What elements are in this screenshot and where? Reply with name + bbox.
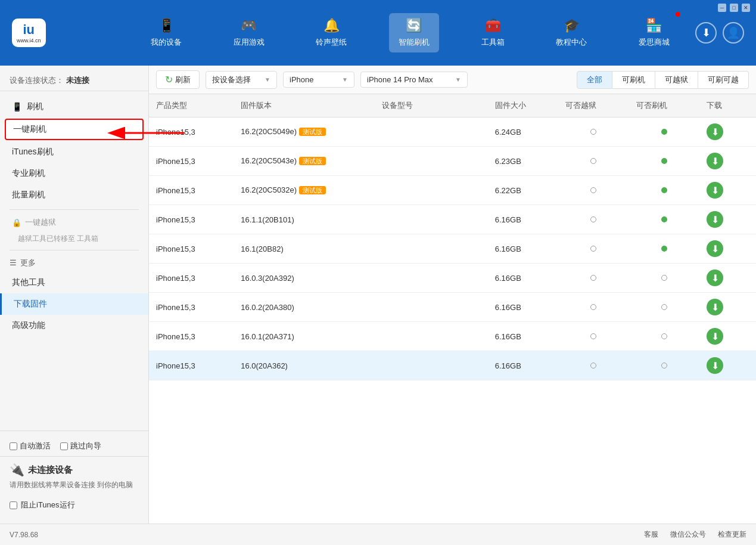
table-row[interactable]: iPhone15,316.0.1(20A371)6.16GB⬇ xyxy=(149,322,756,351)
no-device-icon: 🔌 xyxy=(10,463,24,477)
model-filter-dropdown[interactable]: iPhone 14 Pro Max ▼ xyxy=(360,72,468,88)
nav-my-device[interactable]: 📱 我的设备 xyxy=(141,13,191,52)
sidebar: 设备连接状态： 未连接 📱 刷机 一键刷机 iTunes刷机 专业刷机 批量刷机 xyxy=(0,66,149,524)
sidebar-item-pro-flash[interactable]: 专业刷机 xyxy=(0,163,148,184)
sidebar-item-advanced[interactable]: 高级功能 xyxy=(0,315,148,336)
cell-model-5 xyxy=(375,264,488,293)
nav-store[interactable]: 🏪 爱思商城 xyxy=(629,13,679,52)
more-icon: ☰ xyxy=(10,258,17,267)
footer-link-support[interactable]: 客服 xyxy=(644,529,658,540)
cell-download-1: ⬇ xyxy=(699,147,756,176)
table-row[interactable]: iPhone15,316.0.3(20A392)6.16GB⬇ xyxy=(149,264,756,293)
sidebar-flash-header: 📱 刷机 xyxy=(0,96,148,117)
version-label: V7.98.68 xyxy=(10,531,38,539)
iphone-filter-arrow: ▼ xyxy=(342,76,348,83)
table-row[interactable]: iPhone15,316.0.2(20A380)6.16GB⬇ xyxy=(149,293,756,322)
table-row[interactable]: iPhone15,316.1.1(20B101)6.16GB⬇ xyxy=(149,205,756,234)
download-button-0[interactable]: ⬇ xyxy=(707,123,723,140)
one-key-flash-label: 一键刷机 xyxy=(13,124,46,135)
auto-activate-input[interactable] xyxy=(10,442,17,450)
skip-wizard-input[interactable] xyxy=(60,442,68,450)
nav-tutorials[interactable]: 🎓 教程中心 xyxy=(546,13,596,52)
table-row[interactable]: iPhone15,316.1(20B82)6.16GB⬇ xyxy=(149,234,756,264)
nav-tutorials-label: 教程中心 xyxy=(556,37,587,48)
nav-store-label: 爱思商城 xyxy=(639,37,670,48)
table-row[interactable]: iPhone15,316.2(20C5049e)测试版6.24GB⬇ xyxy=(149,117,756,147)
sidebar-item-batch-flash[interactable]: 批量刷机 xyxy=(0,184,148,206)
device-icon: 📱 xyxy=(158,18,175,33)
footer-links: 客服 微信公众号 检查更新 xyxy=(644,529,746,540)
cell-size-0: 6.24GB xyxy=(488,117,558,147)
jailbreak-no-dot xyxy=(590,333,596,339)
cell-jailbreak-2 xyxy=(558,176,629,205)
sidebar-item-one-key-flash[interactable]: 一键刷机 xyxy=(5,119,144,140)
table-row[interactable]: iPhone15,316.2(20C5032e)测试版6.22GB⬇ xyxy=(149,176,756,205)
footer-link-wechat[interactable]: 微信公众号 xyxy=(670,529,706,540)
download-button-5[interactable]: ⬇ xyxy=(707,270,723,286)
close-button[interactable]: ✕ xyxy=(742,4,750,12)
cell-firmware-8: 16.0(20A362) xyxy=(234,351,375,380)
download-button-3[interactable]: ⬇ xyxy=(707,211,723,228)
sidebar-item-download-firmware[interactable]: 下载固件 xyxy=(0,293,148,315)
download-nav-button[interactable]: ⬇ xyxy=(695,22,717,44)
skip-wizard-checkbox[interactable]: 跳过向导 xyxy=(60,441,101,451)
download-button-1[interactable]: ⬇ xyxy=(707,153,723,169)
smart-flash-icon: 🔄 xyxy=(406,18,422,33)
header-download: 下载 xyxy=(699,94,756,117)
cell-download-5: ⬇ xyxy=(699,264,756,293)
nav-smart-flash[interactable]: 🔄 智能刷机 xyxy=(389,13,439,52)
refresh-button[interactable]: ↻ 刷新 xyxy=(156,70,200,89)
download-button-4[interactable]: ⬇ xyxy=(707,240,723,257)
refresh-icon: ↻ xyxy=(165,74,173,85)
status-bar: 设备连接状态： 未连接 xyxy=(0,70,148,91)
user-nav-button[interactable]: 👤 xyxy=(723,22,744,44)
sidebar-item-itunes-flash[interactable]: iTunes刷机 xyxy=(0,141,148,163)
cell-product-1: iPhone15,3 xyxy=(149,147,234,176)
flash-no-dot xyxy=(661,275,667,281)
nav-app-games[interactable]: 🎮 应用游戏 xyxy=(224,13,274,52)
sidebar-divider-1 xyxy=(10,209,139,210)
jailbreak-header-label: 一键越狱 xyxy=(25,217,56,228)
filter-tab-jailbreakable[interactable]: 可越狱 xyxy=(655,71,698,89)
cell-jailbreak-1 xyxy=(558,147,629,176)
app-icon: 🎮 xyxy=(241,18,257,33)
cell-flash-2 xyxy=(629,176,699,205)
table-row[interactable]: iPhone15,316.0(20A362)6.16GB⬇ xyxy=(149,351,756,380)
download-button-7[interactable]: ⬇ xyxy=(707,328,723,345)
iphone-filter-dropdown[interactable]: iPhone ▼ xyxy=(283,72,354,88)
cell-model-8 xyxy=(375,351,488,380)
flash-no-dot xyxy=(661,304,667,310)
filter-tab-both[interactable]: 可刷可越 xyxy=(698,71,749,89)
download-button-8[interactable]: ⬇ xyxy=(707,357,723,374)
footer-link-update[interactable]: 检查更新 xyxy=(718,529,746,540)
cell-download-3: ⬇ xyxy=(699,205,756,234)
auto-activate-checkbox[interactable]: 自动激活 xyxy=(10,441,51,451)
model-filter-label: iPhone 14 Pro Max xyxy=(367,75,433,84)
jailbreak-no-dot xyxy=(590,129,596,135)
nav-ringtones-label: 铃声壁纸 xyxy=(316,37,347,48)
maximize-button[interactable]: □ xyxy=(730,4,738,12)
device-filter-dropdown[interactable]: 按设备选择 ▼ xyxy=(206,71,277,89)
download-button-6[interactable]: ⬇ xyxy=(707,299,723,315)
flash-header-icon: 📱 xyxy=(12,102,22,112)
cell-jailbreak-7 xyxy=(558,322,629,351)
filter-tab-flashable[interactable]: 可刷机 xyxy=(612,71,655,89)
header-flash: 可否刷机 xyxy=(629,94,699,117)
table-row[interactable]: iPhone15,316.2(20C5043e)测试版6.23GB⬇ xyxy=(149,147,756,176)
cell-flash-3 xyxy=(629,205,699,234)
sidebar-item-other-tools[interactable]: 其他工具 xyxy=(0,272,148,293)
nav-toolbox[interactable]: 🧰 工具箱 xyxy=(472,13,514,52)
minimize-button[interactable]: ─ xyxy=(718,4,726,12)
download-button-2[interactable]: ⬇ xyxy=(707,182,723,199)
logo-box: iu www.i4.cn xyxy=(12,18,46,47)
header-jailbreak: 可否越狱 xyxy=(558,94,629,117)
test-badge-0: 测试版 xyxy=(299,128,326,136)
filter-tab-all[interactable]: 全部 xyxy=(577,71,612,89)
block-itunes-checkbox[interactable] xyxy=(10,501,17,509)
cell-model-6 xyxy=(375,293,488,322)
pro-flash-label: 专业刷机 xyxy=(12,168,45,179)
flash-yes-dot xyxy=(661,129,667,135)
header-row: 产品类型 固件版本 设备型号 固件大小 xyxy=(149,94,756,117)
nav-ringtones[interactable]: 🔔 铃声壁纸 xyxy=(306,13,356,52)
block-itunes-label: 阻止iTunes运行 xyxy=(21,500,75,510)
